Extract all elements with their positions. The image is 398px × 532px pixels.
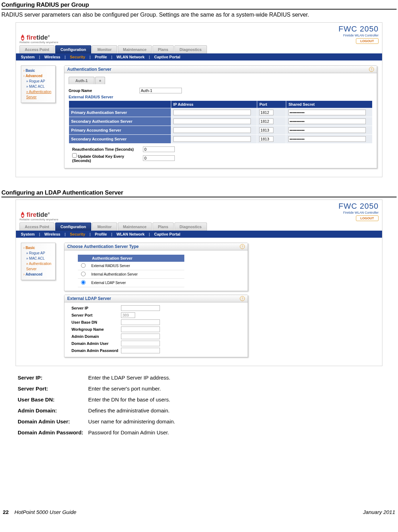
radius-row: Secondary Accounting Server [69,135,373,144]
page-number: 22 [3,509,9,515]
panel-auth-title: Authentication Server [67,67,111,72]
doc-date: January 2011 [363,509,395,515]
desc-key: Domain Admin Password: [18,427,87,438]
help-icon[interactable]: ? [240,296,245,301]
sub-tab-captive-portal[interactable]: Captive Portal [154,232,180,236]
section1-title: Configuring RADIUS per Group [1,1,397,10]
sub-tab-captive-portal[interactable]: Captive Portal [154,55,180,59]
radius-port-input[interactable] [259,136,273,142]
sidenav-advanced[interactable]: › Advanced [23,272,54,277]
sub-tab-security[interactable]: Security [70,232,85,236]
radius-secret-input[interactable] [288,110,366,115]
ldap-workgroup-name-input[interactable] [121,326,160,332]
desc-value: Enter the DN for the base of users. [88,394,179,405]
auth-type-radio[interactable] [81,263,86,268]
help-icon[interactable]: ? [240,244,245,249]
main-tab-monitor[interactable]: Monitor [92,45,117,53]
sidenav-mac-acl[interactable]: » MAC ACL [23,256,54,261]
radius-port-input[interactable] [259,110,273,115]
ldap-field-label: User Base DN [71,320,121,324]
radius-row: Primary Accounting Server [69,126,373,135]
sidenav-mac-acl[interactable]: » MAC ACL [23,84,54,89]
radius-secret-input[interactable] [288,118,366,124]
auth-type-option: External RADIUS Server [88,262,184,270]
logo-text: firetide® [27,211,50,219]
logo: firetide® Reliable connectivity anywhere [19,211,58,221]
auth-type-radio[interactable] [81,280,86,285]
auth-tab-1[interactable]: Auth-1 [69,77,94,84]
sub-tab-profile[interactable]: Profile [95,55,107,59]
sub-tab-security[interactable]: Security [70,55,85,59]
group-name-input[interactable] [139,88,182,93]
device-subtitle: Firetide WLAN Controller [339,34,379,37]
auth-tab-add[interactable]: + [95,77,105,84]
radius-server-table: IP AddressPortShared Secret Primary Auth… [69,100,373,144]
radius-ip-input[interactable] [173,127,251,133]
auth-type-radio[interactable] [81,272,86,276]
section1-intro: RADIUS server parameters can also be con… [1,12,397,18]
help-icon[interactable]: ? [369,67,374,72]
sub-tab-wlan-network[interactable]: WLAN Network [116,55,144,59]
radius-ip-input[interactable] [173,110,251,115]
sub-tab-wlan-network[interactable]: WLAN Network [116,232,144,236]
panel-choose-title: Choose Authentication Server Type [67,244,139,249]
sidenav-rogue-ap[interactable]: » Rogue AP [23,79,54,84]
logo: firetide® Reliable connectivity anywhere [19,34,58,44]
main-tab-diagnostics[interactable]: Diagnostics [174,222,207,231]
desc-value: Enter the LDAP Server IP address. [88,372,179,383]
radius-secret-input[interactable] [288,127,366,133]
sub-tab-wireless[interactable]: Wireless [44,55,60,59]
side-nav: › Basic » Rogue AP » MAC ACL » Authentic… [21,243,56,280]
main-tab-maintenance[interactable]: Maintenance [118,222,152,231]
ldap-domain-admin-password-input[interactable] [121,348,160,353]
main-tab-plans[interactable]: Plans [152,222,173,231]
device-name: FWC 2050 [339,202,379,211]
ldap-server-ip-input[interactable] [121,305,160,311]
svg-point-1 [22,215,23,216]
main-tab-maintenance[interactable]: Maintenance [118,45,152,53]
desc-key: Server Port: [18,383,87,394]
radius-port-input[interactable] [259,118,273,124]
svg-point-0 [22,37,23,39]
sidenav-basic[interactable]: › Basic [23,68,54,73]
logout-button[interactable]: LOGOUT [356,215,379,221]
ldap-user-base-dn-input[interactable] [121,319,160,325]
radius-port-input[interactable] [259,127,273,133]
sidenav-auth-server[interactable]: » Authentication Server [23,261,54,272]
guide-title: HotPoint 5000 User Guide [15,509,76,515]
radius-ip-input[interactable] [173,136,251,142]
sub-tab-wireless[interactable]: Wireless [44,232,60,236]
device-subtitle: Firetide WLAN Controller [339,211,379,214]
main-tab-configuration[interactable]: Configuration [55,45,91,53]
ldap-admin-domain-input[interactable] [121,334,160,339]
ldap-field-label: Domain Admin Password [71,348,121,353]
main-tab-access-point[interactable]: Access Point [19,222,54,231]
sidenav-advanced[interactable]: › Advanced [23,73,54,79]
main-tab-plans[interactable]: Plans [152,45,173,53]
device-name: FWC 2050 [339,24,379,34]
ldap-field-label: Server IP [71,306,121,310]
side-nav: › Basic › Advanced » Rogue AP » MAC ACL … [21,65,56,103]
update-key-input[interactable] [143,155,175,161]
sub-tab-system[interactable]: System [21,55,35,59]
sidenav-auth-server[interactable]: » Authentication Server [23,89,54,100]
sub-tab-profile[interactable]: Profile [95,232,107,236]
ldap-domain-admin-user-input[interactable] [121,341,160,346]
sub-tab-system[interactable]: System [21,232,35,236]
main-tab-monitor[interactable]: Monitor [92,222,117,231]
radius-secret-input[interactable] [288,136,366,142]
radius-ip-input[interactable] [173,118,251,124]
sidenav-basic[interactable]: › Basic [23,245,54,250]
logout-button[interactable]: LOGOUT [356,38,379,44]
main-tab-configuration[interactable]: Configuration [55,222,91,231]
main-tab-access-point[interactable]: Access Point [19,45,54,53]
ldap-field-label: Admin Domain [71,334,121,339]
ldap-server-port-input[interactable] [121,312,135,318]
update-key-checkbox[interactable] [72,153,77,158]
sidenav-rogue-ap[interactable]: » Rogue AP [23,250,54,256]
auth-type-option: Internal Authentication Server [88,270,184,279]
section2-title: Configuring an LDAP Authentication Serve… [1,189,397,197]
desc-key: Server IP: [18,372,87,383]
main-tab-diagnostics[interactable]: Diagnostics [174,45,207,53]
reauth-input[interactable] [143,146,175,152]
